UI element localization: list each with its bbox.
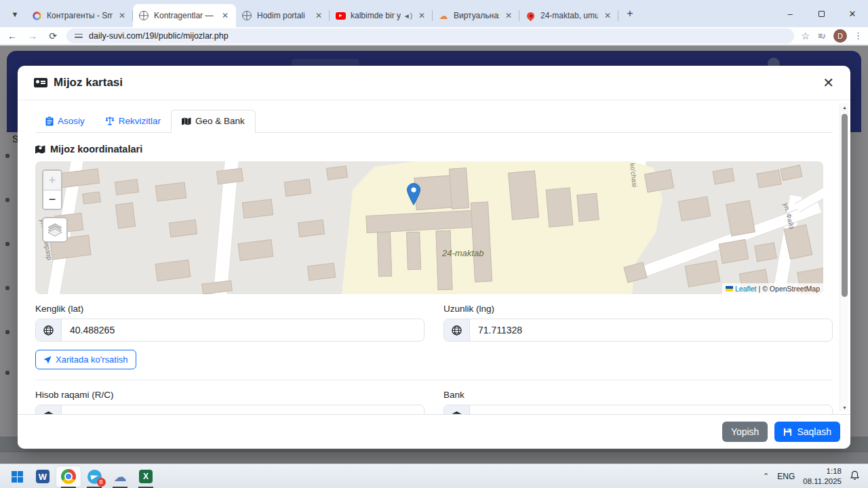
scrollbar-thumb[interactable] [842,114,848,297]
leaflet-link[interactable]: Leaflet [735,285,757,293]
mijoz-kartasi-modal: Mijoz kartasi ✕ Asosiy Rekvizitlar [18,66,850,449]
tab-close-icon[interactable]: ✕ [220,10,231,21]
close-button[interactable]: Yopish [722,422,768,442]
scroll-down-icon[interactable]: ▼ [840,403,849,411]
browser-tab-maps-24-maktab[interactable]: 24-maktab, umumta'lim m ✕ [519,4,618,27]
tab-search-chevron-icon[interactable]: ▼ [5,5,24,24]
scroll-up-icon[interactable]: ▲ [840,103,849,111]
smartup-favicon-icon [31,10,42,21]
bank-icon [36,405,62,414]
map-building [546,188,574,228]
url-text[interactable]: daily-suvi.com/19l/public/mijozlar.php [89,31,229,41]
bank-input[interactable] [470,405,832,414]
map-building [216,168,243,184]
cloud-app-icon: ☁ [114,470,127,483]
profile-avatar[interactable]: D [833,29,847,43]
id-card-icon [34,78,47,87]
osm-link[interactable]: © OpenStreetMap [762,285,820,293]
section-title-koordinatalari: Mijoz koordinatalari [35,144,833,155]
map-building [726,200,755,237]
account-input-group [35,405,425,414]
lat-input[interactable] [62,319,424,341]
show-on-map-button[interactable]: Xaritada ko'rsatish [35,350,136,369]
map-icon [182,117,191,125]
zoom-out-button[interactable]: − [43,190,61,209]
map-building [678,196,711,221]
site-info-icon[interactable] [75,33,83,39]
taskbar-word[interactable]: W [30,466,56,487]
back-button[interactable]: ← [4,28,20,43]
forward-button[interactable]: → [24,28,41,43]
taskbar-telegram[interactable]: 8 [81,466,107,487]
map-building [242,199,274,218]
save-button[interactable]: Saqlash [774,422,840,442]
window-minimize-button[interactable]: – [774,0,806,27]
word-icon: W [36,470,50,483]
new-tab-button[interactable]: + [621,5,639,22]
tab-rekvizitlar[interactable]: Rekvizitlar [95,110,171,133]
map-building [284,179,311,197]
tab-close-icon[interactable]: ✕ [503,10,514,21]
save-floppy-icon [783,428,792,436]
tab-audio-icon[interactable]: ◄) [403,12,412,20]
browser-tab-kontragentlar-active[interactable]: Kontragentlar — stacked m ✕ [133,4,236,27]
tab-title: kalbimde bir yerde bir [351,11,401,20]
map-building [754,243,777,262]
lat-label: Kenglik (lat) [35,304,425,314]
screen: ▼ Контрагенты - Smartup ✕ Kontragentlar … [0,0,868,488]
notification-badge: 8 [97,478,106,487]
window-close-button[interactable]: ✕ [837,0,868,27]
map-building [377,232,392,277]
layers-icon [47,223,62,237]
browser-tab-hodim-portali[interactable]: Hodim portali ✕ [236,4,330,27]
lng-input[interactable] [470,319,832,341]
browser-tab-strip: ▼ Контрагенты - Smartup ✕ Kontragentlar … [0,0,868,27]
browser-menu-icon[interactable]: ⋮ [854,30,863,41]
browser-tab-youtube[interactable]: kalbimde bir yerde bir ◄) ✕ [330,4,433,27]
reload-button[interactable]: ⟳ [45,28,61,43]
map-building [719,239,749,264]
tab-geo-bank-active[interactable]: Geo & Bank [171,110,256,133]
zoom-in-button[interactable]: + [43,171,61,190]
notification-bell-icon[interactable] [850,470,860,483]
map-building [576,193,599,222]
taskbar-chrome[interactable] [56,466,81,487]
tray-chevron-icon[interactable]: ⌃ [763,472,769,481]
map-building [435,230,452,291]
tab-title: Виртуальная АТС [454,11,499,20]
window-maximize-button[interactable] [806,0,837,27]
bank-icon [444,405,470,414]
tab-close-icon[interactable]: ✕ [416,10,427,21]
time: 1:18 [827,467,842,475]
tab-close-icon[interactable]: ✕ [117,10,127,21]
excel-icon: X [139,470,153,483]
taskbar-excel[interactable]: X [133,466,159,487]
modal-footer: Yopish Saqlash [18,414,850,449]
map-layers-control[interactable] [42,217,68,243]
clock[interactable]: 1:18 08.11.2025 [803,466,842,486]
media-control-icon[interactable]: ≡♪ [818,31,825,41]
map-building [169,220,197,238]
language-indicator[interactable]: ENG [777,472,795,481]
map-building [155,260,191,281]
bank-input-group [443,405,833,414]
tab-close-icon[interactable]: ✕ [602,10,613,21]
modal-scrollbar[interactable]: ▲ ▼ [840,103,848,411]
address-bar[interactable]: daily-suvi.com/19l/public/mijozlar.php [66,28,794,43]
map-building [307,263,336,281]
lng-input-group [443,319,833,342]
map-marker-icon[interactable] [407,183,420,205]
ukraine-flag-icon [726,286,733,291]
bookmark-star-icon[interactable]: ☆ [801,30,810,41]
modal-close-icon[interactable]: ✕ [823,76,834,89]
browser-tab-smartup[interactable]: Контрагенты - Smartup ✕ [26,4,133,27]
account-input[interactable] [62,405,424,414]
tab-asosiy[interactable]: Asosiy [35,110,95,133]
leaflet-map[interactable]: ул. Анжирзор ko'chasi ул. Файз 24-maktab… [35,161,823,294]
map-building [326,165,348,180]
browser-tab-virtual-ats[interactable]: ☁ Виртуальная АТС ✕ [433,4,519,27]
taskbar-cloud-app[interactable]: ☁ [107,466,133,487]
tab-close-icon[interactable]: ✕ [313,10,324,21]
start-button[interactable] [4,466,30,487]
map-building [644,169,674,193]
